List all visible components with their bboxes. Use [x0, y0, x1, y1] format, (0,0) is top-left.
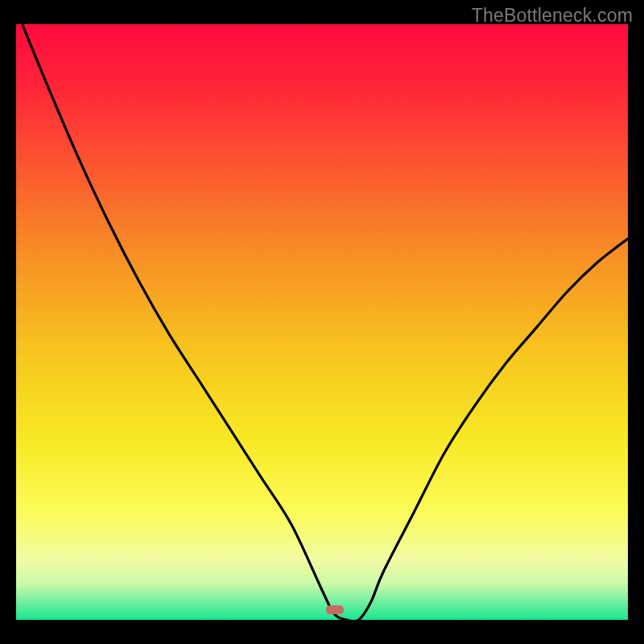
chart-frame: TheBottleneck.com — [0, 0, 644, 644]
gradient-background — [16, 24, 628, 620]
watermark-text: TheBottleneck.com — [472, 5, 633, 27]
optimal-point-marker — [326, 605, 344, 614]
bottleneck-chart — [16, 24, 628, 620]
plot-area — [16, 24, 628, 620]
